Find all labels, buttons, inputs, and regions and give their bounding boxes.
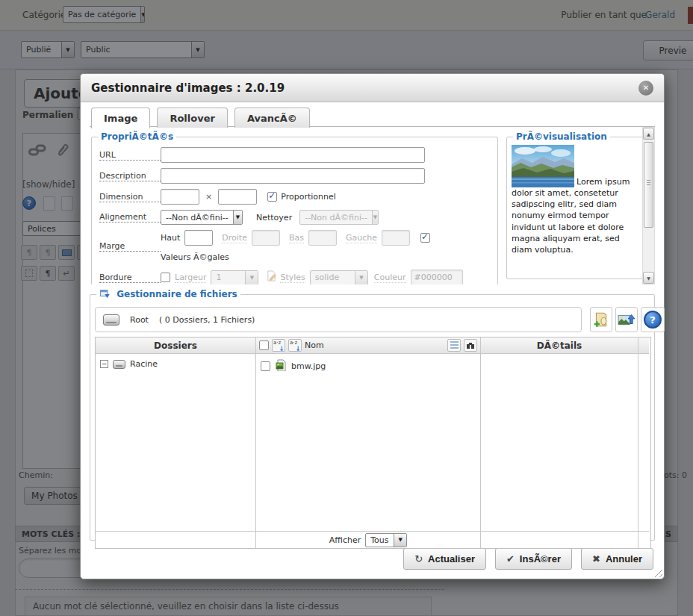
tab-image[interactable]: Image [91,108,150,128]
sort-arrow: ↓ [279,345,285,352]
clear-label: Nettoyer [256,213,292,223]
filemanager-toolbar: Root ( 0 Dossiers, 1 Fichiers) ? [95,307,650,332]
view-list-icon[interactable] [447,339,461,352]
refresh-button-label: Actualiser [428,553,475,564]
insert-button[interactable]: ✔ InsÃ©rer [495,548,572,570]
stage: Catégorie: Pas de catégorie ▼ Publier en… [0,0,693,616]
tabstrip: Image Rollover AvancÃ© [90,107,655,127]
border-color-label: Couleur [374,273,406,283]
column-header-details[interactable]: DÃ©tails [481,337,638,354]
border-checkbox[interactable] [161,273,170,282]
border-width-value: 1 [211,273,245,282]
margin-right-input [252,230,280,246]
help-button[interactable]: ? [641,307,665,332]
show-label: Afficher [329,535,361,545]
sort-asc-icon[interactable]: a·z ↓ [272,339,285,352]
select-all-checkbox[interactable] [259,340,269,350]
gutter-panel [638,354,649,531]
preview-fieldset: PrÃ©visualisation [506,131,644,279]
image-file-icon [275,359,287,373]
column-name-label[interactable]: Nom [305,340,324,350]
footer-folders-cell [96,531,256,548]
tree-item-root[interactable]: − Racine [96,354,255,369]
close-icon[interactable]: ✕ [638,81,653,96]
properties-legend: PropriÃ©tÃ©s [98,131,176,142]
cancel-button-label: Annuler [606,553,642,564]
sort-desc-icon[interactable]: a·z ↓ [288,339,302,352]
drive-icon [103,314,119,326]
search-icon[interactable] [464,339,477,352]
footer-details-cell [481,531,638,548]
new-folder-button[interactable] [590,307,612,332]
filemanager-legend-text: Gestionnaire de fichiers [116,289,237,299]
show-filter-value: Tous [366,535,394,545]
border-color-input [411,270,463,284]
width-input[interactable] [161,189,199,205]
tab-advanced[interactable]: AvancÃ© [234,108,310,128]
upload-icon [618,312,635,327]
column-header-folders[interactable]: Dossiers [96,337,256,354]
file-checkbox[interactable] [261,361,270,371]
check-icon: ✓ [421,231,429,242]
tree-root-label: Racine [130,359,158,369]
height-input[interactable] [218,189,257,205]
alignment-select-value: --Non dÃ©fini-- [161,213,233,223]
alignment-label: Alignement [99,212,161,223]
dialog-titlebar[interactable]: Gestionnaire d'images : 2.0.19 ✕ [81,74,664,102]
chevron-down-icon: ▼ [355,271,367,284]
equal-values-checkbox[interactable]: ✓ [420,233,430,243]
scrollbar-thumb[interactable] [644,142,653,228]
upload-button[interactable] [615,307,638,332]
times-icon: × [205,192,212,202]
preview-image [512,145,574,187]
margin-left-label: Gauche [346,233,377,243]
border-style-label: Styles [280,273,305,283]
preview-legend: PrÃ©visualisation [513,131,610,142]
tab-rollover[interactable]: Rollover [157,108,228,128]
show-filter-select[interactable]: Tous ▼ [365,533,407,547]
image-manager-dialog: Gestionnaire d'images : 2.0.19 ✕ Image R… [80,73,665,579]
margin-top-input[interactable] [184,230,213,246]
footer-filter-cell: Afficher Tous ▼ [256,531,481,548]
file-row[interactable]: bmw.jpg [256,354,480,373]
file-list-panel: bmw.jpg [256,354,481,531]
column-header-gutter [638,337,649,354]
chevron-down-icon: ▼ [372,211,378,224]
scroll-up-icon[interactable]: ▲ [643,128,654,140]
sort-arrow: ↓ [295,345,301,352]
help-icon: ? [644,311,662,329]
insert-button-label: InsÃ©rer [520,553,561,564]
current-folder-bar[interactable]: Root ( 0 Dossiers, 1 Fichiers) [95,307,582,332]
root-label: Root [130,315,149,325]
filemanager-table: Dossiers a·z ↓ a·z ↓ Nom [95,337,651,549]
margin-left-input [382,230,410,246]
scroll-down-icon[interactable]: ▼ [643,272,654,284]
margin-top-label: Haut [161,233,180,243]
new-folder-icon [593,311,609,328]
dialog-body: Image Rollover AvancÃ© PropriÃ©tÃ©s URL … [81,102,664,579]
description-input[interactable] [161,168,425,184]
filemanager-icon [99,290,114,301]
refresh-button[interactable]: ↻ Actualiser [403,548,486,570]
refresh-icon: ↻ [414,553,423,564]
dialog-title: Gestionnaire d'images : 2.0.19 [91,81,285,95]
proportional-label: Proportionnel [281,192,336,202]
cross-icon: ✖ [592,553,600,564]
filemanager-fieldset: Gestionnaire de fichiers Root ( 0 Dossie… [90,288,655,541]
url-input[interactable] [161,147,425,163]
alignment-select[interactable]: --Non dÃ©fini-- ▼ [161,210,243,225]
drive-icon [113,360,125,369]
cancel-button[interactable]: ✖ Annuler [581,548,653,570]
style-editor-icon [266,270,277,284]
clear-select-value: --Non dÃ©fini-- [300,213,372,223]
margin-right-label: Droite [222,233,247,243]
border-width-select: 1 ▼ [211,270,258,285]
panel-scrollbar[interactable]: ▲ ▼ [642,127,655,284]
margin-label: Marge [99,241,161,252]
proportional-checkbox[interactable]: ✓ [267,192,277,202]
border-style-value: solide [311,273,355,282]
margin-bottom-label: Bas [289,233,304,243]
clear-select: --Non dÃ©fini-- ▼ [299,210,379,225]
column-header-name: a·z ↓ a·z ↓ Nom [256,337,481,354]
collapse-icon[interactable]: − [100,360,108,368]
